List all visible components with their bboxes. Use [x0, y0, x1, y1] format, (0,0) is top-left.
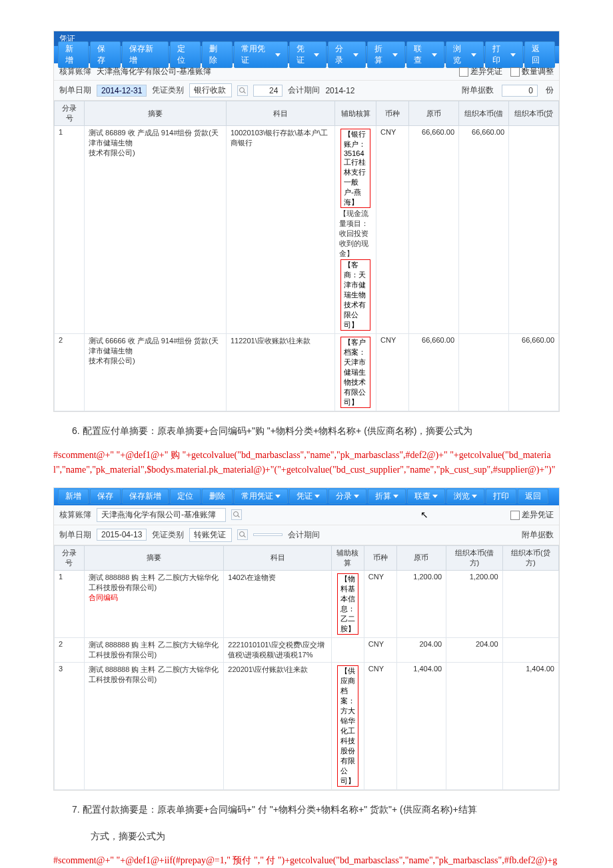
tb-new[interactable]: 新增: [58, 41, 89, 68]
tb-delete[interactable]: 删除: [202, 41, 233, 68]
tb-link[interactable]: 联查: [407, 489, 445, 504]
tb-voucher[interactable]: 凭证: [289, 41, 327, 68]
panel1-toolbar: 新增 保存 保存新增 定位 删除 常用凭证 凭证 分录 折算 联查 浏览 打印 …: [54, 46, 559, 63]
tb-save-new[interactable]: 保存新增: [122, 489, 169, 504]
tb-locate[interactable]: 定位: [170, 41, 201, 68]
panel2-formrow-2: 制单日期 2015-04-13 凭证类别 转账凭证 会计期间 附单据数: [54, 525, 559, 545]
diff-voucher-check[interactable]: 差异凭证: [510, 509, 554, 521]
ledger-label: 核算账簿: [59, 66, 91, 77]
tb-new[interactable]: 新增: [58, 489, 89, 504]
search-icon[interactable]: [237, 529, 248, 540]
tb-voucher[interactable]: 凭证: [289, 489, 327, 504]
tb-print[interactable]: 打印: [486, 489, 516, 504]
tb-locate[interactable]: 定位: [170, 489, 201, 504]
ledger-input[interactable]: 天津燕海化学有限公司-基准账簿: [97, 508, 226, 522]
contract-anno: 合同编码: [89, 593, 118, 601]
aux-tag: 【客商：天津市健瑞生物技术有限公司】: [340, 259, 370, 331]
cursor-icon: ↖: [420, 509, 428, 520]
vtype-input[interactable]: 银行收款: [189, 83, 232, 97]
section6-formula: #scomment@+" "+@def1@+" 购 "+getcolvalue(…: [53, 448, 560, 478]
aux-tag: 【客户档案：天津市健瑞生物技术有限公司】: [340, 337, 370, 408]
tb-browse[interactable]: 浏览: [446, 489, 484, 504]
date-input[interactable]: 2014-12-31: [97, 85, 147, 97]
attach-input[interactable]: 0: [502, 85, 538, 97]
period-label: 会计期间: [288, 85, 320, 96]
tb-save[interactable]: 保存: [90, 41, 121, 68]
diff-voucher-check[interactable]: 差异凭证: [459, 66, 502, 77]
tb-convert[interactable]: 折算: [367, 41, 405, 68]
tb-common[interactable]: 常用凭证: [234, 41, 288, 68]
aux-tag: 【供应商档案：方大锦华化工科技股份有限公司】: [337, 665, 358, 787]
vno-input[interactable]: [253, 533, 283, 536]
section6-text: 6. 配置应付单摘要：原表单摘要+合同编码+"购 "+物料分类+物料名称+ (供…: [53, 421, 560, 440]
table-row[interactable]: 1 测试 888888 购 主料 乙二胺(方大锦华化工科技股份有限公司)合同编码…: [55, 570, 559, 637]
vtype-input[interactable]: 转账凭证: [189, 528, 232, 542]
panel1-formrow-2: 制单日期 2014-12-31 凭证类别 银行收款 24 会计期间 2014-1…: [54, 81, 559, 101]
search-icon[interactable]: [231, 509, 242, 520]
unit-fen: 份: [546, 85, 554, 96]
search-icon[interactable]: [237, 85, 248, 96]
panel2-grid: 分录号 摘要 科目 辅助核算 币种 原币 组织本币(借方) 组织本币(贷方) 1…: [54, 545, 559, 790]
grid-header: 分录号 摘要 科目 辅助核算 币种 原币 组织本币(借 组织本币(贷: [55, 101, 559, 126]
tb-entry[interactable]: 分录: [328, 489, 366, 504]
tb-save-new[interactable]: 保存新增: [122, 41, 169, 68]
tb-print[interactable]: 打印: [485, 41, 523, 68]
section7-formula: #scomment@+" "+@def1@+iif(#prepay@=1," 预…: [53, 853, 560, 868]
date-label: 制单日期: [59, 85, 91, 96]
attach-label: 附单据数: [462, 85, 494, 96]
ledger-value: 天津燕海化学有限公司-基准账簿: [97, 66, 211, 77]
tb-convert[interactable]: 折算: [368, 489, 406, 504]
vtype-label: 凭证类别: [152, 85, 184, 96]
aux-tag: 【物料基本信息：乙二胺】: [337, 573, 358, 635]
tb-link[interactable]: 联查: [406, 41, 444, 68]
tb-delete[interactable]: 删除: [202, 489, 233, 504]
tb-browse[interactable]: 浏览: [446, 41, 484, 68]
period-value: 2014-12: [325, 86, 354, 95]
section7-text2: 方式，摘要公式为: [53, 827, 560, 845]
aux-tag: 【银行账户：35164工行桂林支行一般户-燕海】: [340, 129, 370, 208]
tb-back[interactable]: 返回: [518, 489, 548, 504]
num-adjust-check[interactable]: 数量调整: [510, 66, 554, 77]
grid-header: 分录号 摘要 科目 辅助核算 币种 原币 组织本币(借方) 组织本币(贷方): [55, 545, 559, 570]
table-row[interactable]: 3 测试 888888 购 主料 乙二胺(方大锦华化工科技股份有限公司) 220…: [55, 662, 559, 789]
section7-text: 7. 配置付款摘要是：原表单摘要+合同编码+" 付 "+物料分类+物料名称+" …: [53, 800, 560, 819]
tb-entry[interactable]: 分录: [328, 41, 366, 68]
vno-input[interactable]: 24: [253, 85, 283, 97]
table-row[interactable]: 2 测试 888888 购 主料 乙二胺(方大锦华化工科技股份有限公司) 222…: [55, 637, 559, 662]
table-row[interactable]: 1 测试 86889 收 产成品 914#组份 货款(天津市健瑞生物技术有限公司…: [55, 126, 559, 334]
voucher-panel-2: 新增 保存 保存新增 定位 删除 常用凭证 凭证 分录 折算 联查 浏览 打印 …: [53, 487, 560, 791]
panel2-formrow-1: 核算账簿 天津燕海化学有限公司-基准账簿 ↖ 差异凭证: [54, 505, 559, 525]
panel1-grid: 分录号 摘要 科目 辅助核算 币种 原币 组织本币(借 组织本币(贷 1 测试 …: [54, 101, 559, 411]
tb-common[interactable]: 常用凭证: [234, 489, 288, 504]
tb-back[interactable]: 返回: [524, 41, 555, 68]
voucher-panel-1: 凭证 新增 保存 保存新增 定位 删除 常用凭证 凭证 分录 折算 联查 浏览 …: [53, 31, 560, 412]
date-input[interactable]: 2015-04-13: [97, 529, 147, 541]
panel2-toolbar: 新增 保存 保存新增 定位 删除 常用凭证 凭证 分录 折算 联查 浏览 打印 …: [54, 488, 559, 505]
table-row[interactable]: 2 测试 66666 收 产成品 914#组份 货款(天津市健瑞生物技术有限公司…: [55, 334, 559, 411]
tb-save[interactable]: 保存: [90, 489, 121, 504]
